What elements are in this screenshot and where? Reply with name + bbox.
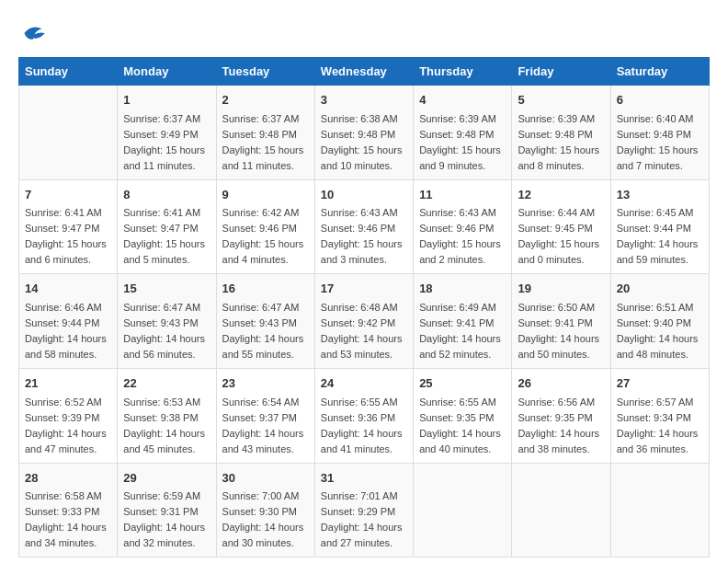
day-info: Sunrise: 6:53 AMSunset: 9:38 PMDaylight:…: [123, 395, 210, 457]
day-info: Sunrise: 6:39 AMSunset: 9:48 PMDaylight:…: [419, 111, 506, 174]
day-number: 10: [321, 186, 407, 204]
day-info: Sunrise: 7:01 AMSunset: 9:29 PMDaylight:…: [321, 488, 407, 551]
day-number: 4: [419, 91, 506, 109]
day-info: Sunrise: 6:41 AMSunset: 9:47 PMDaylight:…: [123, 205, 210, 268]
day-number: 17: [321, 280, 407, 298]
calendar-cell: [610, 463, 709, 557]
calendar-week-row: 7Sunrise: 6:41 AMSunset: 9:47 PMDaylight…: [19, 179, 710, 274]
day-number: 26: [518, 374, 604, 393]
calendar-cell: [19, 86, 118, 180]
calendar-table: SundayMondayTuesdayWednesdayThursdayFrid…: [18, 57, 710, 557]
calendar-cell: 25Sunrise: 6:55 AMSunset: 9:35 PMDayligh…: [414, 369, 512, 464]
logo: [18, 18, 53, 48]
day-number: 29: [123, 469, 210, 488]
calendar-cell: 27Sunrise: 6:57 AMSunset: 9:34 PMDayligh…: [610, 369, 709, 464]
day-number: 12: [518, 186, 604, 204]
day-info: Sunrise: 6:37 AMSunset: 9:49 PMDaylight:…: [123, 111, 210, 174]
day-number: 25: [419, 374, 506, 393]
header-wednesday: Wednesday: [314, 58, 413, 86]
day-info: Sunrise: 6:44 AMSunset: 9:45 PMDaylight:…: [518, 205, 604, 268]
calendar-cell: 30Sunrise: 7:00 AMSunset: 9:30 PMDayligh…: [216, 463, 314, 557]
day-number: 21: [25, 374, 111, 393]
calendar-cell: 15Sunrise: 6:47 AMSunset: 9:43 PMDayligh…: [118, 274, 216, 369]
day-number: 2: [222, 91, 309, 109]
day-number: 8: [123, 186, 210, 204]
day-info: Sunrise: 6:55 AMSunset: 9:36 PMDaylight:…: [321, 395, 407, 457]
day-info: Sunrise: 6:45 AMSunset: 9:44 PMDaylight:…: [617, 205, 703, 268]
day-info: Sunrise: 6:57 AMSunset: 9:34 PMDaylight:…: [617, 395, 703, 457]
header-friday: Friday: [512, 58, 610, 86]
day-number: 31: [321, 469, 407, 488]
day-number: 16: [222, 280, 309, 298]
day-info: Sunrise: 6:55 AMSunset: 9:35 PMDaylight:…: [419, 395, 506, 457]
calendar-header-row: SundayMondayTuesdayWednesdayThursdayFrid…: [19, 58, 710, 86]
calendar-cell: 5Sunrise: 6:39 AMSunset: 9:48 PMDaylight…: [512, 86, 610, 180]
day-number: 20: [617, 280, 703, 298]
day-number: 22: [123, 374, 210, 393]
calendar-cell: 21Sunrise: 6:52 AMSunset: 9:39 PMDayligh…: [19, 369, 118, 464]
calendar-cell: 12Sunrise: 6:44 AMSunset: 9:45 PMDayligh…: [512, 179, 610, 274]
day-info: Sunrise: 6:42 AMSunset: 9:46 PMDaylight:…: [222, 205, 309, 268]
calendar-cell: 29Sunrise: 6:59 AMSunset: 9:31 PMDayligh…: [118, 463, 216, 557]
day-number: 23: [222, 374, 309, 393]
header-tuesday: Tuesday: [216, 58, 314, 86]
header-sunday: Sunday: [19, 58, 118, 86]
calendar-cell: 18Sunrise: 6:49 AMSunset: 9:41 PMDayligh…: [414, 274, 512, 369]
calendar-cell: 28Sunrise: 6:58 AMSunset: 9:33 PMDayligh…: [19, 463, 118, 557]
calendar-cell: 1Sunrise: 6:37 AMSunset: 9:49 PMDaylight…: [118, 86, 216, 180]
day-number: 15: [123, 280, 210, 298]
calendar-cell: 24Sunrise: 6:55 AMSunset: 9:36 PMDayligh…: [314, 369, 413, 464]
calendar-week-row: 14Sunrise: 6:46 AMSunset: 9:44 PMDayligh…: [19, 274, 710, 369]
header-saturday: Saturday: [610, 58, 709, 86]
day-info: Sunrise: 6:38 AMSunset: 9:48 PMDaylight:…: [321, 111, 407, 174]
calendar-cell: 16Sunrise: 6:47 AMSunset: 9:43 PMDayligh…: [216, 274, 314, 369]
day-number: 1: [123, 91, 210, 109]
day-info: Sunrise: 6:39 AMSunset: 9:48 PMDaylight:…: [518, 111, 604, 174]
day-info: Sunrise: 6:47 AMSunset: 9:43 PMDaylight:…: [123, 300, 210, 362]
header-monday: Monday: [118, 58, 216, 86]
day-info: Sunrise: 6:59 AMSunset: 9:31 PMDaylight:…: [123, 488, 210, 551]
calendar-cell: 19Sunrise: 6:50 AMSunset: 9:41 PMDayligh…: [512, 274, 610, 369]
day-info: Sunrise: 6:43 AMSunset: 9:46 PMDaylight:…: [419, 205, 506, 268]
day-number: 30: [222, 469, 309, 488]
day-info: Sunrise: 6:47 AMSunset: 9:43 PMDaylight:…: [222, 300, 309, 362]
day-info: Sunrise: 6:50 AMSunset: 9:41 PMDaylight:…: [518, 300, 604, 362]
day-info: Sunrise: 6:41 AMSunset: 9:47 PMDaylight:…: [25, 205, 111, 268]
day-number: 11: [419, 186, 506, 204]
calendar-cell: 3Sunrise: 6:38 AMSunset: 9:48 PMDaylight…: [314, 86, 413, 180]
header-thursday: Thursday: [414, 58, 512, 86]
day-number: 24: [321, 374, 407, 393]
calendar-cell: 23Sunrise: 6:54 AMSunset: 9:37 PMDayligh…: [216, 369, 314, 464]
day-info: Sunrise: 6:49 AMSunset: 9:41 PMDaylight:…: [419, 300, 506, 362]
calendar-cell: 11Sunrise: 6:43 AMSunset: 9:46 PMDayligh…: [414, 179, 512, 274]
day-info: Sunrise: 6:48 AMSunset: 9:42 PMDaylight:…: [321, 300, 407, 362]
day-info: Sunrise: 6:46 AMSunset: 9:44 PMDaylight:…: [25, 300, 111, 362]
calendar-week-row: 21Sunrise: 6:52 AMSunset: 9:39 PMDayligh…: [19, 369, 710, 464]
day-number: 3: [321, 91, 407, 109]
day-info: Sunrise: 6:43 AMSunset: 9:46 PMDaylight:…: [321, 205, 407, 268]
day-info: Sunrise: 6:37 AMSunset: 9:48 PMDaylight:…: [222, 111, 309, 174]
day-info: Sunrise: 6:58 AMSunset: 9:33 PMDaylight:…: [25, 488, 111, 551]
day-info: Sunrise: 6:40 AMSunset: 9:48 PMDaylight:…: [617, 111, 703, 174]
calendar-week-row: 28Sunrise: 6:58 AMSunset: 9:33 PMDayligh…: [19, 463, 710, 557]
calendar-cell: 7Sunrise: 6:41 AMSunset: 9:47 PMDaylight…: [19, 179, 118, 274]
calendar-cell: 6Sunrise: 6:40 AMSunset: 9:48 PMDaylight…: [610, 86, 709, 180]
day-number: 19: [518, 280, 604, 298]
calendar-week-row: 1Sunrise: 6:37 AMSunset: 9:49 PMDaylight…: [19, 86, 710, 180]
day-info: Sunrise: 6:51 AMSunset: 9:40 PMDaylight:…: [617, 300, 703, 362]
day-info: Sunrise: 6:56 AMSunset: 9:35 PMDaylight:…: [518, 395, 604, 457]
calendar-cell: 2Sunrise: 6:37 AMSunset: 9:48 PMDaylight…: [216, 86, 314, 180]
day-info: Sunrise: 6:52 AMSunset: 9:39 PMDaylight:…: [25, 395, 111, 457]
day-number: 27: [617, 374, 703, 393]
day-info: Sunrise: 7:00 AMSunset: 9:30 PMDaylight:…: [222, 488, 309, 551]
calendar-cell: 8Sunrise: 6:41 AMSunset: 9:47 PMDaylight…: [118, 179, 216, 274]
day-number: 28: [25, 469, 111, 488]
calendar-cell: 17Sunrise: 6:48 AMSunset: 9:42 PMDayligh…: [314, 274, 413, 369]
calendar-cell: 4Sunrise: 6:39 AMSunset: 9:48 PMDaylight…: [414, 86, 512, 180]
logo-icon: [18, 18, 48, 48]
calendar-cell: 26Sunrise: 6:56 AMSunset: 9:35 PMDayligh…: [512, 369, 610, 464]
day-number: 7: [25, 186, 111, 204]
calendar-cell: [414, 463, 512, 557]
day-number: 5: [518, 91, 604, 109]
page-header: [18, 18, 710, 48]
